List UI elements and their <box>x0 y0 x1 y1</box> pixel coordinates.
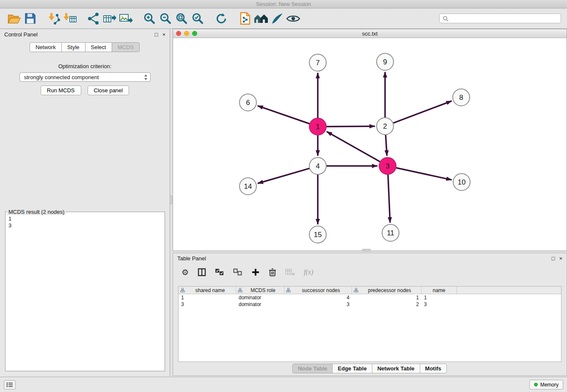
import-table-button[interactable] <box>62 10 78 27</box>
task-history-button[interactable] <box>4 380 16 389</box>
graph-node-10[interactable]: 10 <box>453 174 470 190</box>
window-minimize-button[interactable]: − <box>184 31 189 36</box>
graph-node-11[interactable]: 11 <box>382 224 399 241</box>
trash-icon <box>269 268 276 277</box>
column-header-name[interactable]: name <box>421 287 457 294</box>
graph-edge-2-3[interactable] <box>385 135 387 156</box>
cell-successor-nodes[interactable]: 3 <box>284 301 352 308</box>
horizontal-splitter-handle[interactable] <box>362 249 371 251</box>
column-header-shared-name[interactable]: shared name <box>179 287 236 294</box>
zoom-out-icon <box>159 12 172 25</box>
graph-edge-1-2[interactable] <box>326 126 375 127</box>
select-all-rows-button[interactable] <box>215 268 224 276</box>
dropdown-arrows-icon <box>144 74 148 80</box>
graph-edge-1-6[interactable] <box>258 106 310 124</box>
graph-node-15[interactable]: 15 <box>309 226 326 243</box>
graph-edge-2-8[interactable] <box>393 101 452 123</box>
run-mcds-button[interactable]: Run MCDS <box>41 86 81 95</box>
control-panel-tabs: Network Style Select MCDS <box>0 42 170 52</box>
cell-name[interactable]: 3 <box>421 301 457 308</box>
column-type-icon <box>238 288 242 293</box>
session-document-button[interactable] <box>237 10 253 27</box>
right-column: × − + scc.txt 7968124314101511 Table Pan… <box>173 29 567 376</box>
close-panel-icon[interactable]: × <box>162 32 165 37</box>
close-panel-button[interactable]: Close panel <box>88 86 129 95</box>
cell-mcds-role[interactable]: dominator <box>236 294 284 301</box>
tab-network-table[interactable]: Network Table <box>372 364 420 373</box>
close-table-panel-icon[interactable]: × <box>559 256 562 261</box>
network-share-icon <box>87 12 100 25</box>
optimization-criterion-select[interactable]: strongly connected component <box>19 72 151 82</box>
tab-network[interactable]: Network <box>30 42 62 52</box>
search-input[interactable] <box>451 16 558 22</box>
deselect-all-rows-button[interactable] <box>233 268 242 276</box>
cell-shared-name[interactable]: 3 <box>179 301 236 308</box>
table-settings-button[interactable]: ⚙ <box>182 268 189 276</box>
delete-column-button[interactable] <box>269 268 276 277</box>
cell-successor-nodes[interactable]: 4 <box>284 294 352 301</box>
open-session-button[interactable] <box>6 10 22 27</box>
tab-select[interactable]: Select <box>85 42 112 52</box>
zoom-in-button[interactable] <box>141 10 157 27</box>
graph-edge-3-1[interactable] <box>327 132 380 162</box>
save-session-button[interactable] <box>22 10 38 27</box>
graph-node-9[interactable]: 9 <box>377 53 394 70</box>
export-image-button[interactable] <box>118 10 134 27</box>
export-table-button[interactable] <box>102 10 118 27</box>
zoom-selected-icon <box>191 12 204 25</box>
graph-node-4[interactable]: 4 <box>309 157 326 174</box>
delete-table-button <box>285 268 295 276</box>
graph-node-7[interactable]: 7 <box>309 54 326 71</box>
function-builder-button: f(x) <box>304 268 313 276</box>
float-panel-icon[interactable]: □ <box>155 32 158 37</box>
float-table-panel-icon[interactable]: □ <box>552 256 555 261</box>
show-graphics-details-button[interactable] <box>285 10 301 27</box>
zoom-selected-region-button[interactable] <box>190 10 206 27</box>
refresh-view-button[interactable] <box>213 10 229 27</box>
column-header-predecessor-nodes[interactable]: predecessor nodes <box>352 287 421 294</box>
control-panel-header: Control Panel □ × <box>0 29 170 39</box>
import-network-button[interactable] <box>46 10 62 27</box>
graph-edge-3-10[interactable] <box>396 168 452 180</box>
tab-mcds[interactable]: MCDS <box>112 42 140 52</box>
column-header-successor-nodes[interactable]: successor nodes <box>284 287 352 294</box>
window-close-button[interactable]: × <box>176 31 181 36</box>
column-type-icon <box>180 288 185 293</box>
graph-node-3[interactable]: 3 <box>379 157 396 174</box>
network-home-button[interactable] <box>253 10 269 27</box>
column-header-mcds-role[interactable]: MCDS role <box>236 287 284 294</box>
zoom-fit-content-button[interactable] <box>173 10 190 27</box>
style-brush-button[interactable] <box>269 10 285 27</box>
tab-edge-table[interactable]: Edge Table <box>332 364 372 373</box>
table-row[interactable]: 1 dominator 4 1 1 <box>179 294 561 301</box>
table-row[interactable]: 3 dominator 3 2 3 <box>179 301 561 308</box>
cell-name[interactable]: 1 <box>421 294 457 301</box>
create-column-button[interactable] <box>251 268 260 276</box>
graph-node-2[interactable]: 2 <box>377 118 394 135</box>
new-network-button[interactable] <box>85 10 102 27</box>
toggle-columns-button[interactable] <box>198 268 206 276</box>
mcds-result-list[interactable]: 1 3 <box>6 215 165 371</box>
search-box[interactable] <box>439 14 561 23</box>
graph-node-6[interactable]: 6 <box>239 94 256 111</box>
graph-node-14[interactable]: 14 <box>239 178 256 195</box>
tab-node-table[interactable]: Node Table <box>292 364 333 373</box>
window-zoom-button[interactable]: + <box>192 31 197 36</box>
cell-predecessor-nodes[interactable]: 2 <box>352 301 421 308</box>
memory-button[interactable]: Memory <box>529 380 563 389</box>
network-canvas[interactable]: 7968124314101511 <box>173 38 567 251</box>
zoom-out-button[interactable] <box>157 10 173 27</box>
cell-shared-name[interactable]: 1 <box>179 294 236 301</box>
document-network-icon <box>239 12 251 25</box>
vertical-splitter-handle[interactable] <box>170 196 172 204</box>
graph-edge-4-14[interactable] <box>258 168 310 184</box>
cell-mcds-role[interactable]: dominator <box>236 301 284 308</box>
graph-edge-3-11[interactable] <box>388 174 390 223</box>
tab-style[interactable]: Style <box>61 42 85 52</box>
cell-predecessor-nodes[interactable]: 1 <box>352 294 421 301</box>
tab-motifs[interactable]: Motifs <box>420 364 447 373</box>
svg-text:6: 6 <box>246 99 250 107</box>
graph-node-1[interactable]: 1 <box>309 118 326 135</box>
network-graph[interactable]: 7968124314101511 <box>173 38 567 251</box>
graph-node-8[interactable]: 8 <box>453 89 470 106</box>
